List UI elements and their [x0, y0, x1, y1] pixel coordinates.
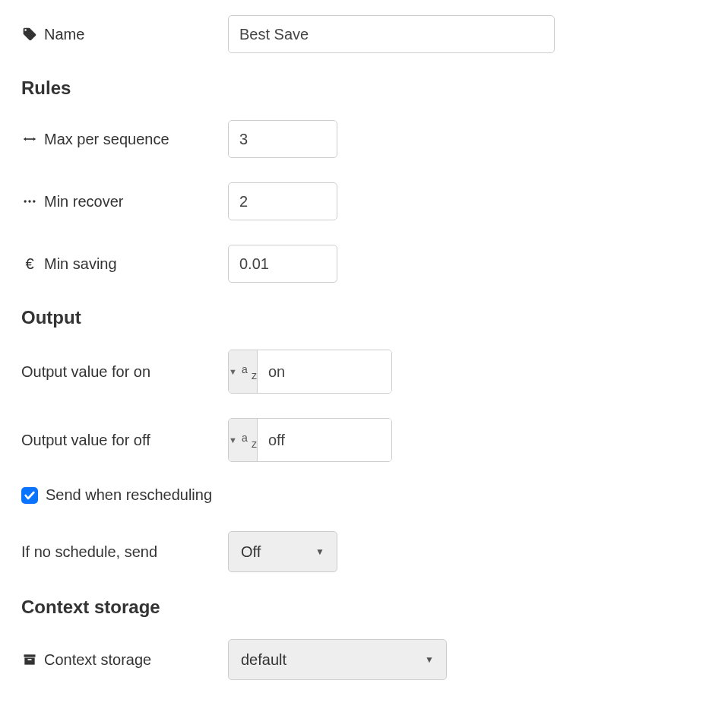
max-per-sequence-label: Max per sequence: [44, 131, 169, 148]
name-label: Name: [44, 26, 84, 43]
min-saving-row: € Min saving: [21, 245, 707, 283]
output-off-type-button[interactable]: ▼ az: [229, 419, 258, 461]
output-on-label-cell: Output value for on: [21, 363, 228, 381]
svg-rect-5: [24, 658, 34, 665]
name-row: Name: [21, 15, 707, 53]
context-storage-label: Context storage: [44, 651, 151, 669]
min-saving-label: Min saving: [44, 255, 117, 273]
name-input[interactable]: [228, 15, 555, 53]
context-storage-heading: Context storage: [21, 597, 707, 618]
svg-point-1: [24, 200, 27, 202]
tag-icon: [21, 27, 38, 42]
rules-heading: Rules: [21, 78, 707, 99]
string-type-icon: az: [242, 433, 257, 447]
archive-icon: [21, 652, 38, 667]
output-off-label: Output value for off: [21, 432, 150, 449]
context-storage-row: Context storage default ▼: [21, 639, 707, 680]
context-storage-label-cell: Context storage: [21, 651, 228, 669]
if-no-schedule-label-cell: If no schedule, send: [21, 543, 228, 561]
caret-down-icon: ▼: [229, 367, 237, 376]
output-off-value-input[interactable]: [258, 419, 392, 461]
if-no-schedule-value: Off: [241, 543, 261, 561]
if-no-schedule-dropdown[interactable]: Off ▼: [228, 531, 337, 572]
send-when-rescheduling-checkbox[interactable]: [21, 487, 38, 504]
context-storage-dropdown[interactable]: default ▼: [228, 639, 447, 680]
output-off-label-cell: Output value for off: [21, 432, 228, 449]
send-when-rescheduling-row: Send when rescheduling: [21, 486, 707, 504]
min-saving-input[interactable]: [228, 245, 337, 283]
min-saving-label-cell: € Min saving: [21, 255, 228, 273]
svg-point-2: [28, 200, 30, 202]
max-per-sequence-input[interactable]: [228, 120, 337, 158]
min-recover-label: Min recover: [44, 193, 123, 210]
output-heading: Output: [21, 307, 707, 328]
max-per-sequence-row: Max per sequence: [21, 120, 707, 158]
euro-icon: €: [21, 255, 38, 273]
dots-icon: [21, 194, 38, 209]
context-storage-value: default: [241, 651, 286, 669]
output-on-label: Output value for on: [21, 363, 150, 381]
svg-point-3: [33, 200, 35, 202]
min-recover-input[interactable]: [228, 182, 337, 220]
send-when-rescheduling-label: Send when rescheduling: [46, 486, 212, 504]
if-no-schedule-row: If no schedule, send Off ▼: [21, 531, 707, 572]
output-on-typed-input: ▼ az: [228, 350, 392, 394]
arrows-horizontal-icon: [21, 131, 38, 147]
name-label-cell: Name: [21, 26, 228, 43]
output-on-type-button[interactable]: ▼ az: [229, 350, 258, 393]
caret-down-icon: ▼: [425, 654, 434, 665]
output-on-row: Output value for on ▼ az: [21, 350, 707, 394]
max-per-sequence-label-cell: Max per sequence: [21, 131, 228, 148]
output-on-value-input[interactable]: [258, 350, 392, 393]
svg-rect-4: [24, 654, 36, 657]
caret-down-icon: ▼: [315, 546, 324, 557]
min-recover-row: Min recover: [21, 182, 707, 220]
caret-down-icon: ▼: [229, 435, 237, 445]
if-no-schedule-label: If no schedule, send: [21, 543, 157, 561]
string-type-icon: az: [242, 365, 257, 378]
output-off-row: Output value for off ▼ az: [21, 418, 707, 462]
min-recover-label-cell: Min recover: [21, 193, 228, 210]
output-off-typed-input: ▼ az: [228, 418, 392, 462]
svg-rect-6: [28, 659, 32, 660]
